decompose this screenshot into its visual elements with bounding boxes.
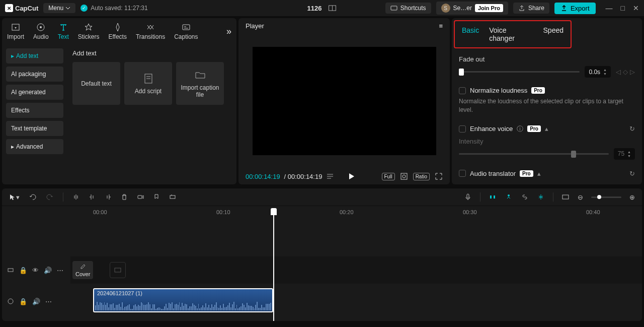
trim-left-icon[interactable] [89, 193, 96, 201]
lock-icon[interactable]: 🔒 [19, 267, 27, 274]
app-name: CapCut [15, 5, 38, 12]
tab-stickers[interactable]: Stickers [78, 22, 100, 40]
split-icon[interactable] [72, 193, 79, 201]
audio-track-controls: 🔒 🔊 ⋯ [2, 288, 70, 315]
info-icon[interactable]: ⓘ [517, 124, 523, 134]
slider-thumb[interactable] [459, 69, 464, 76]
marker-icon[interactable] [153, 193, 160, 201]
fade-out-slider[interactable] [459, 71, 580, 73]
export-button[interactable]: Export [554, 3, 596, 14]
fade-out-value[interactable]: 0.0s ▲▼ [585, 66, 611, 78]
full-badge[interactable]: Full [382, 173, 395, 180]
intensity-slider[interactable] [459, 153, 609, 155]
time-ruler[interactable]: 00:00 00:10 00:20 00:30 00:40 [70, 206, 642, 218]
audio-track-icon[interactable] [7, 298, 14, 305]
redo-icon[interactable] [46, 193, 54, 201]
tab-import[interactable]: Import [7, 22, 24, 40]
player-menu-icon[interactable]: ≡ [439, 22, 443, 30]
tab-captions[interactable]: Captions [174, 22, 198, 40]
slider-thumb[interactable] [571, 151, 576, 158]
share-button[interactable]: Share [513, 3, 549, 14]
adjust-icon[interactable] [169, 193, 176, 201]
undo-icon[interactable] [29, 193, 37, 201]
more-icon[interactable]: ⋯ [57, 267, 63, 274]
playhead[interactable] [273, 208, 274, 321]
tracks-area[interactable]: 00:00 00:10 00:20 00:30 00:40 Cover [70, 206, 642, 321]
tile-import-caption[interactable]: Import caption file [176, 62, 224, 105]
text-sidebar: ▸Add text AI packaging AI generated Effe… [2, 44, 67, 184]
prev-keyframe-icon[interactable]: ◁ [616, 68, 621, 76]
spinner[interactable]: ▲▼ [603, 68, 607, 76]
sidebar-item-ai-generated[interactable]: AI generated [6, 85, 63, 100]
enhance-voice-checkbox[interactable] [459, 125, 466, 133]
sidebar-item-advanced[interactable]: ▸Advanced [6, 139, 63, 154]
reset-icon[interactable]: ↻ [629, 170, 635, 177]
more-icon[interactable]: ⋯ [45, 298, 52, 305]
sidebar-item-ai-packaging[interactable]: AI packaging [6, 67, 63, 82]
timecode: 00:00:14:19 / 00:00:14:19 [246, 173, 322, 180]
lock-icon[interactable]: 🔒 [19, 298, 27, 305]
tab-basic[interactable]: Basic [462, 26, 479, 42]
audio-translator-checkbox[interactable] [459, 170, 466, 177]
collapse-icon[interactable]: ▴ [537, 170, 541, 177]
crop-icon[interactable] [400, 172, 408, 180]
spinner[interactable]: ▲▼ [627, 150, 631, 158]
record-icon[interactable] [137, 193, 144, 201]
playlist-icon[interactable] [326, 172, 334, 180]
shortcuts-button[interactable]: Shortcuts [385, 3, 431, 14]
tab-voice-changer[interactable]: Voice changer [489, 26, 533, 42]
tab-text[interactable]: Text [58, 22, 69, 40]
audio-track[interactable]: 202406121027 (1) [70, 287, 642, 314]
auto-align-icon[interactable] [505, 193, 513, 201]
cover-button[interactable]: Cover [72, 261, 93, 279]
sidebar-item-add-text[interactable]: ▸Add text [6, 48, 63, 63]
normalize-checkbox[interactable] [459, 87, 466, 94]
video-canvas[interactable] [253, 47, 436, 155]
user-button[interactable]: S Se…er Join Pro [436, 2, 508, 15]
minimize-icon[interactable]: — [606, 4, 613, 12]
magnet-icon[interactable] [489, 193, 497, 201]
menu-button[interactable]: Menu [43, 3, 75, 13]
tab-speed[interactable]: Speed [543, 26, 564, 42]
layout-icon[interactable] [328, 4, 337, 13]
preview-icon[interactable] [561, 193, 570, 201]
play-icon[interactable] [347, 172, 355, 180]
tile-add-script[interactable]: Add script [124, 62, 172, 105]
zoom-slider[interactable] [591, 197, 621, 198]
cursor-tool[interactable]: ▾ [9, 193, 20, 201]
sidebar-item-text-template[interactable]: Text template [6, 121, 63, 136]
tab-more-icon[interactable]: » [226, 26, 231, 37]
video-track-icon[interactable] [7, 267, 14, 274]
volume-icon[interactable]: 🔊 [44, 267, 52, 274]
audio-clip[interactable]: 202406121027 (1) [93, 288, 273, 312]
tab-effects[interactable]: Effects [108, 22, 126, 40]
timeline-toolbar: ▾ ⊖ ⊕ [2, 188, 642, 206]
volume-icon[interactable]: 🔊 [32, 298, 40, 305]
sidebar-item-effects[interactable]: Effects [6, 103, 63, 118]
delete-icon[interactable] [121, 193, 128, 201]
intensity-value[interactable]: 75 ▲▼ [614, 148, 635, 160]
mic-icon[interactable] [464, 193, 472, 201]
video-track[interactable]: Cover [70, 256, 642, 284]
ratio-badge[interactable]: Ratio [413, 173, 430, 180]
reset-icon[interactable]: ↻ [629, 125, 635, 133]
video-clip-placeholder[interactable] [110, 262, 126, 278]
close-icon[interactable]: ✕ [633, 4, 639, 12]
slider-thumb[interactable] [597, 195, 601, 199]
separator [553, 192, 553, 202]
tab-transitions[interactable]: Transitions [136, 22, 165, 40]
maximize-icon[interactable]: □ [621, 4, 625, 12]
snap-icon[interactable] [537, 193, 545, 201]
tab-audio[interactable]: Audio [33, 22, 49, 40]
add-keyframe-icon[interactable]: ◇ [623, 68, 628, 76]
eye-icon[interactable]: 👁 [32, 267, 39, 274]
zoom-out-icon[interactable]: ⊖ [578, 193, 583, 201]
sidebar-item-label: Text template [11, 125, 47, 132]
fullscreen-icon[interactable] [435, 172, 443, 180]
trim-right-icon[interactable] [105, 193, 112, 201]
collapse-icon[interactable]: ▴ [545, 125, 548, 133]
link-icon[interactable] [521, 193, 529, 201]
next-keyframe-icon[interactable]: ▷ [630, 68, 635, 76]
zoom-in-icon[interactable]: ⊕ [629, 193, 635, 201]
tile-default-text[interactable]: Default text [72, 62, 120, 105]
